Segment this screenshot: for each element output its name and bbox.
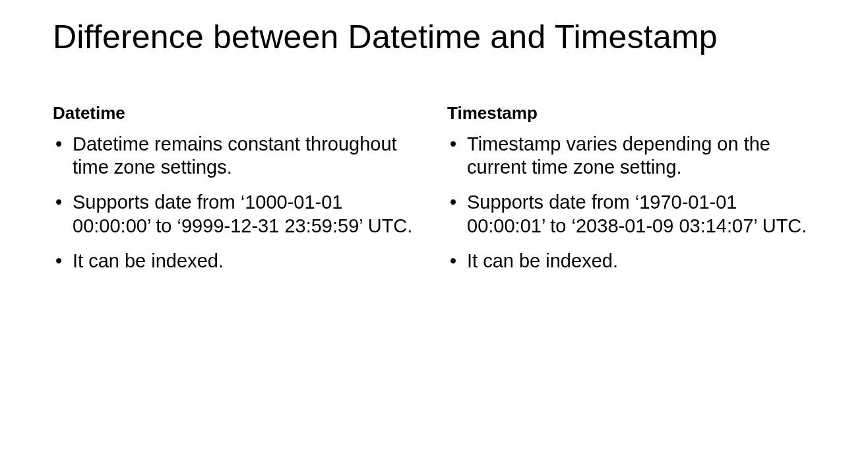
column-heading: Datetime [53, 103, 421, 123]
list-item: It can be indexed. [447, 250, 815, 273]
slide: Difference between Datetime and Timestam… [0, 0, 868, 449]
columns-container: Datetime Datetime remains constant throu… [53, 103, 815, 285]
list-item: Datetime remains constant throughout tim… [53, 133, 421, 180]
list-item: Supports date from ‘1000-01-01 00:00:00’… [53, 191, 421, 238]
column-timestamp: Timestamp Timestamp varies depending on … [447, 103, 815, 285]
list-item: Timestamp varies depending on the curren… [447, 133, 815, 180]
bullet-list-datetime: Datetime remains constant throughout tim… [53, 133, 421, 273]
list-item: It can be indexed. [53, 250, 421, 273]
bullet-list-timestamp: Timestamp varies depending on the curren… [447, 133, 815, 273]
column-datetime: Datetime Datetime remains constant throu… [53, 103, 421, 285]
list-item: Supports date from ‘1970-01-01 00:00:01’… [447, 191, 815, 238]
column-heading: Timestamp [447, 103, 815, 123]
slide-title: Difference between Datetime and Timestam… [53, 18, 815, 57]
